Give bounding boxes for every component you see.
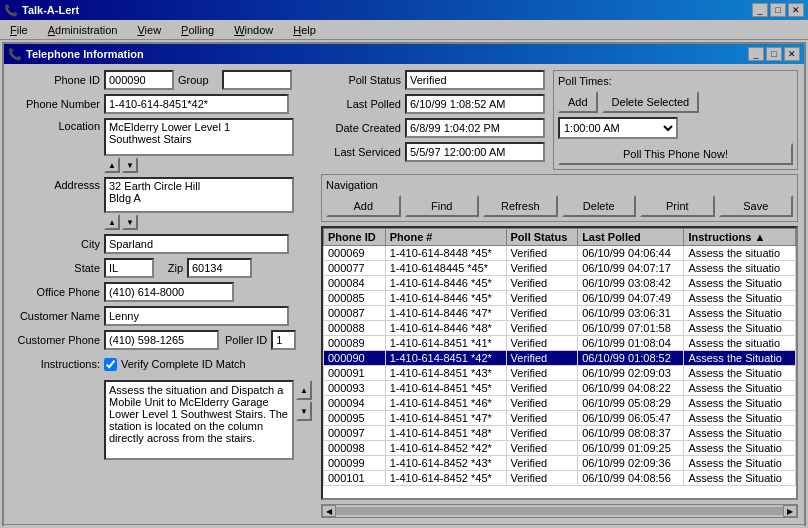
phone-number-input[interactable] [104, 94, 289, 114]
main-window: 📞 Telephone Information _ □ ✕ Phone ID G… [2, 42, 806, 526]
poll-status-label: Poll Status [321, 74, 401, 86]
office-phone-label: Office Phone [10, 286, 100, 298]
window-minimize-btn[interactable]: _ [748, 47, 764, 61]
table-container[interactable]: Phone ID Phone # Poll Status Last Polled… [321, 226, 798, 500]
cell-instructions: Assess the situatio [684, 261, 796, 276]
nav-refresh-btn[interactable]: Refresh [483, 195, 558, 217]
cell-phone: 1-410-614-8446 *47* [385, 306, 506, 321]
table-row[interactable]: 0001011-410-614-8452 *45*Verified06/10/9… [324, 471, 796, 486]
horizontal-scrollbar[interactable]: ◀ ▶ [321, 504, 798, 518]
nav-find-btn[interactable]: Find [405, 195, 480, 217]
table-row[interactable]: 0000981-410-614-8452 *42*Verified06/10/9… [324, 441, 796, 456]
customer-name-input[interactable] [104, 306, 289, 326]
cell-phone: 1-410-614-8451 *45* [385, 381, 506, 396]
poll-status-section: Poll Status Last Polled Date Created [321, 70, 798, 170]
nav-save-btn[interactable]: Save [719, 195, 794, 217]
poll-status-input[interactable] [405, 70, 545, 90]
cell-phone: 1-410-614-8451 *41* [385, 336, 506, 351]
phone-id-input[interactable] [104, 70, 174, 90]
scroll-left-btn[interactable]: ◀ [322, 505, 336, 517]
nav-print-btn[interactable]: Print [640, 195, 715, 217]
table-row[interactable]: 0000851-410-614-8446 *45*Verified06/10/9… [324, 291, 796, 306]
address-scroll-down[interactable]: ▼ [122, 214, 138, 230]
location-row: Location McElderry Lower Level 1 Southwe… [10, 118, 315, 173]
delete-selected-btn[interactable]: Delete Selected [602, 91, 700, 113]
table-row[interactable]: 0000871-410-614-8446 *47*Verified06/10/9… [324, 306, 796, 321]
window-close-btn[interactable]: ✕ [784, 47, 800, 61]
cell-phone: 1-410-614-8451 *46* [385, 396, 506, 411]
city-input[interactable] [104, 234, 289, 254]
instructions-scroll-up[interactable]: ▲ [296, 380, 312, 400]
cell-status: Verified [506, 261, 578, 276]
menu-window[interactable]: Window [228, 22, 279, 38]
table-row[interactable]: 0000991-410-614-8452 *43*Verified06/10/9… [324, 456, 796, 471]
last-polled-input[interactable] [405, 94, 545, 114]
table-row[interactable]: 0000771-410-6148445 *45*Verified06/10/99… [324, 261, 796, 276]
cell-status: Verified [506, 246, 578, 261]
address-input[interactable]: 32 Earth Circle Hill Bldg A [104, 177, 294, 213]
cell-status: Verified [506, 471, 578, 486]
customer-phone-input[interactable] [104, 330, 219, 350]
instructions-text-row: Assess the situation and Dispatch a Mobi… [10, 380, 315, 460]
address-label: Addresss [10, 177, 100, 191]
menu-administration[interactable]: Administration [42, 22, 124, 38]
col-phone-id[interactable]: Phone ID [324, 229, 386, 246]
cell-status: Verified [506, 456, 578, 471]
cell-status: Verified [506, 396, 578, 411]
verify-checkbox[interactable] [104, 358, 117, 371]
cell-instructions: Assess the Situatio [684, 396, 796, 411]
window-maximize-btn[interactable]: □ [766, 47, 782, 61]
cell-polled: 06/10/99 04:08:56 [578, 471, 684, 486]
location-scroll-down[interactable]: ▼ [122, 157, 138, 173]
cell-instructions: Assess the Situatio [684, 321, 796, 336]
instructions-input[interactable]: Assess the situation and Dispatch a Mobi… [104, 380, 294, 460]
table-row[interactable]: 0000951-410-614-8451 *47*Verified06/10/9… [324, 411, 796, 426]
col-poll-status[interactable]: Poll Status [506, 229, 578, 246]
menu-file[interactable]: File [4, 22, 34, 38]
col-phone[interactable]: Phone # [385, 229, 506, 246]
col-instructions[interactable]: Instructions ▲ [684, 229, 796, 246]
table-row[interactable]: 0000971-410-614-8451 *48*Verified06/10/9… [324, 426, 796, 441]
table-row[interactable]: 0000931-410-614-8451 *45*Verified06/10/9… [324, 381, 796, 396]
menu-view[interactable]: View [131, 22, 167, 38]
poll-time-select[interactable]: 1:00:00 AM [558, 117, 678, 139]
table-row[interactable]: 0000891-410-614-8451 *41*Verified06/10/9… [324, 336, 796, 351]
scroll-right-btn[interactable]: ▶ [783, 505, 797, 517]
cell-phone: 1-410-614-8451 *43* [385, 366, 506, 381]
cell-polled: 06/10/99 06:05:47 [578, 411, 684, 426]
table-row[interactable]: 0000941-410-614-8451 *46*Verified06/10/9… [324, 396, 796, 411]
location-input[interactable]: McElderry Lower Level 1 Southwest Stairs [104, 118, 294, 156]
table-row[interactable]: 0000841-410-614-8446 *45*Verified06/10/9… [324, 276, 796, 291]
table-row[interactable]: 0000911-410-614-8451 *43*Verified06/10/9… [324, 366, 796, 381]
date-created-input[interactable] [405, 118, 545, 138]
address-scroll-up[interactable]: ▲ [104, 214, 120, 230]
app-title-bar: 📞 Talk-A-Lert _ □ ✕ [0, 0, 808, 20]
col-last-polled[interactable]: Last Polled [578, 229, 684, 246]
last-serviced-input[interactable] [405, 142, 545, 162]
add-poll-time-btn[interactable]: Add [558, 91, 598, 113]
app-maximize-btn[interactable]: □ [770, 3, 786, 17]
menu-polling[interactable]: Polling [175, 22, 220, 38]
nav-delete-btn[interactable]: Delete [562, 195, 637, 217]
poll-now-btn[interactable]: Poll This Phone Now! [558, 143, 793, 165]
group-input[interactable] [222, 70, 292, 90]
zip-input[interactable] [187, 258, 252, 278]
table-row[interactable]: 0000881-410-614-8446 *48*Verified06/10/9… [324, 321, 796, 336]
cell-polled: 06/10/99 04:07:17 [578, 261, 684, 276]
office-phone-input[interactable] [104, 282, 234, 302]
app-close-btn[interactable]: ✕ [788, 3, 804, 17]
menu-help[interactable]: Help [287, 22, 322, 38]
table-row[interactable]: 0000901-410-614-8451 *42*Verified06/10/9… [324, 351, 796, 366]
poller-id-input[interactable] [271, 330, 296, 350]
data-table: Phone ID Phone # Poll Status Last Polled… [323, 228, 796, 486]
app-minimize-btn[interactable]: _ [752, 3, 768, 17]
cell-instructions: Assess the Situatio [684, 366, 796, 381]
location-scroll-up[interactable]: ▲ [104, 157, 120, 173]
table-row[interactable]: 0000691-410-614-8448 *45*Verified06/10/9… [324, 246, 796, 261]
state-input[interactable] [104, 258, 154, 278]
instructions-scroll-down[interactable]: ▼ [296, 401, 312, 421]
window-content: Phone ID Group Phone Number Location McE… [4, 64, 804, 524]
nav-add-btn[interactable]: Add [326, 195, 401, 217]
cell-polled: 06/10/99 03:06:31 [578, 306, 684, 321]
scroll-track[interactable] [336, 507, 783, 515]
